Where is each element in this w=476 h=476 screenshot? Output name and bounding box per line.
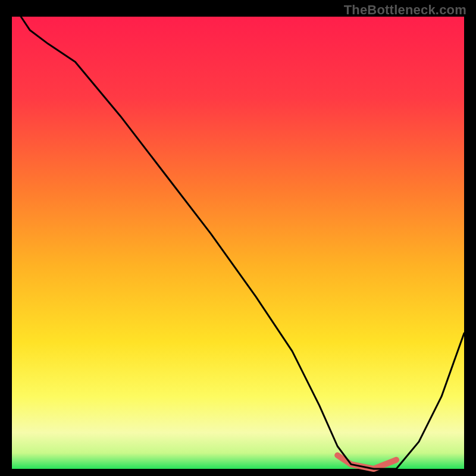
plot-background [12,17,464,469]
chart-frame: { "watermark": "TheBottleneck.com", "cha… [0,0,476,476]
watermark-text: TheBottleneck.com [344,2,466,18]
bottleneck-chart [0,0,476,476]
